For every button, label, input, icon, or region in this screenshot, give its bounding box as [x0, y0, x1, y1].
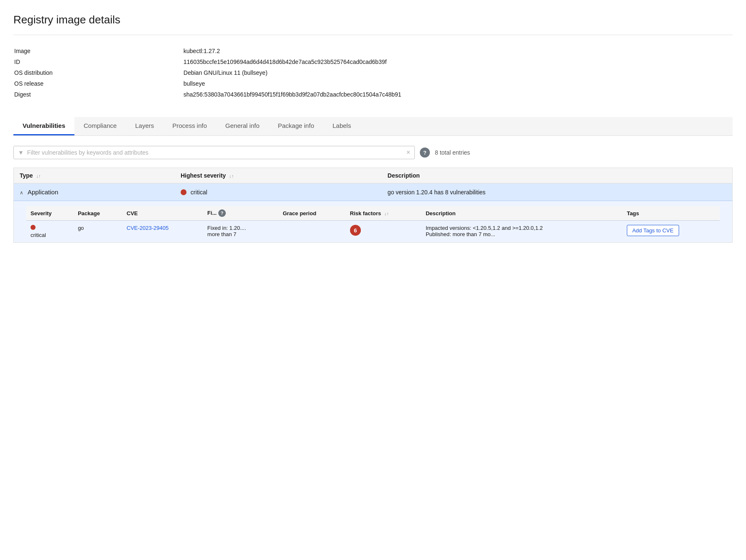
row-type-cell: ∧ Application	[14, 183, 175, 201]
image-value: kubectl:1.27.2	[184, 46, 732, 56]
fix-more: more than 7	[207, 231, 274, 237]
page-container: Registry image details Image kubectl:1.2…	[0, 0, 746, 560]
expand-icon[interactable]: ∧	[20, 190, 23, 196]
id-label: ID	[14, 57, 183, 67]
tabs-bar: Vulnerabilities Compliance Layers Proces…	[13, 117, 733, 136]
sub-col-description: Description	[422, 206, 623, 221]
os-release-label: OS release	[14, 79, 183, 89]
os-dist-value: Debian GNU/Linux 11 (bullseye)	[184, 68, 732, 78]
meta-table: Image kubectl:1.27.2 ID 116035bccfe15e10…	[13, 45, 733, 100]
sub-package-value: go	[78, 225, 84, 231]
sub-cve-cell[interactable]: CVE-2023-29405	[123, 221, 203, 243]
sub-vulnerabilities-table: Severity Package CVE Fi...	[26, 206, 720, 242]
sub-col-fix[interactable]: Fi... ?	[203, 206, 278, 221]
sub-col-grace-period[interactable]: Grace period	[278, 206, 346, 221]
row-severity-cell: critical	[175, 183, 382, 201]
sub-fix-cell: Fixed in: 1.20.... more than 7	[203, 221, 278, 243]
tab-labels[interactable]: Labels	[323, 117, 360, 135]
sub-description-text: Impacted versions: <1.20.5,1.2 and >=1.2…	[426, 225, 618, 231]
image-label: Image	[14, 46, 183, 56]
total-entries: 8 total entries	[435, 149, 470, 156]
sub-severity-label: critical	[31, 232, 69, 238]
cve-link[interactable]: CVE-2023-29405	[127, 225, 169, 231]
sort-type-icon[interactable]: ↓↑	[36, 173, 41, 178]
help-icon[interactable]: ?	[420, 148, 430, 158]
expanded-sub-row: Severity Package CVE Fi...	[14, 201, 733, 243]
sub-grace-period-cell	[278, 221, 346, 243]
table-row-application[interactable]: ∧ Application critical go version 1.20.4…	[14, 183, 733, 201]
digest-value: sha256:53803a7043661bf99450f15f1f69bb3d9…	[184, 89, 732, 99]
col-type[interactable]: Type ↓↑	[14, 168, 175, 183]
fix-help-icon[interactable]: ?	[218, 209, 226, 217]
fix-text: Fixed in: 1.20....	[207, 225, 274, 231]
sub-col-tags: Tags	[623, 206, 720, 221]
tab-vulnerabilities[interactable]: Vulnerabilities	[13, 117, 74, 135]
sub-description-more: Published: more than 7 mo...	[426, 231, 618, 237]
sub-col-package[interactable]: Package	[74, 206, 123, 221]
expanded-sub-cell: Severity Package CVE Fi...	[14, 201, 733, 243]
filter-placeholder: Filter vulnerabilities by keywords and a…	[27, 149, 403, 156]
id-value: 116035bccfe15e109694ad6d4d418d6b42de7aca…	[184, 57, 732, 67]
vulnerabilities-table: Type ↓↑ Highest severity ↓↑ Description …	[13, 168, 733, 243]
sub-table-row-item: critical go CVE-2023-29405	[26, 221, 720, 243]
severity-dot-critical	[181, 189, 186, 195]
digest-label: Digest	[14, 89, 183, 99]
tab-layers[interactable]: Layers	[126, 117, 163, 135]
filter-icon: ▼	[18, 149, 24, 156]
col-description: Description	[382, 168, 733, 183]
severity-label: critical	[191, 189, 207, 196]
sub-risk-factors-cell: 6	[346, 221, 422, 243]
sub-col-severity[interactable]: Severity	[26, 206, 74, 221]
tab-general-info[interactable]: General info	[216, 117, 269, 135]
sub-col-cve[interactable]: CVE	[123, 206, 203, 221]
row-description-cell: go version 1.20.4 has 8 vulnerabilities	[382, 183, 733, 201]
os-dist-label: OS distribution	[14, 68, 183, 78]
tab-package-info[interactable]: Package info	[269, 117, 324, 135]
row-type-label: Application	[28, 188, 58, 196]
sub-tags-cell[interactable]: Add Tags to CVE	[623, 221, 720, 243]
sub-description-cell: Impacted versions: <1.20.5,1.2 and >=1.2…	[422, 221, 623, 243]
sort-severity-icon[interactable]: ↓↑	[229, 173, 234, 178]
title-divider	[13, 35, 733, 35]
os-release-value: bullseye	[184, 79, 732, 89]
filter-clear-icon[interactable]: ×	[406, 149, 410, 156]
filter-row: ▼ Filter vulnerabilities by keywords and…	[13, 146, 733, 159]
add-tags-button[interactable]: Add Tags to CVE	[627, 225, 679, 236]
row-description-text: go version 1.20.4 has 8 vulnerabilities	[388, 189, 485, 196]
col-severity[interactable]: Highest severity ↓↑	[175, 168, 382, 183]
sub-table-wrapper: Severity Package CVE Fi...	[14, 201, 732, 242]
sort-risk-icon[interactable]: ↓↑	[384, 211, 389, 216]
sub-severity-cell: critical	[26, 221, 74, 243]
tab-process-info[interactable]: Process info	[163, 117, 216, 135]
sub-severity-dot	[31, 225, 36, 230]
page-title: Registry image details	[13, 13, 733, 26]
tab-compliance[interactable]: Compliance	[74, 117, 126, 135]
risk-badge: 6	[350, 225, 361, 236]
sub-package-cell: go	[74, 221, 123, 243]
filter-box[interactable]: ▼ Filter vulnerabilities by keywords and…	[13, 146, 415, 159]
sub-col-risk-factors[interactable]: Risk factors ↓↑	[346, 206, 422, 221]
